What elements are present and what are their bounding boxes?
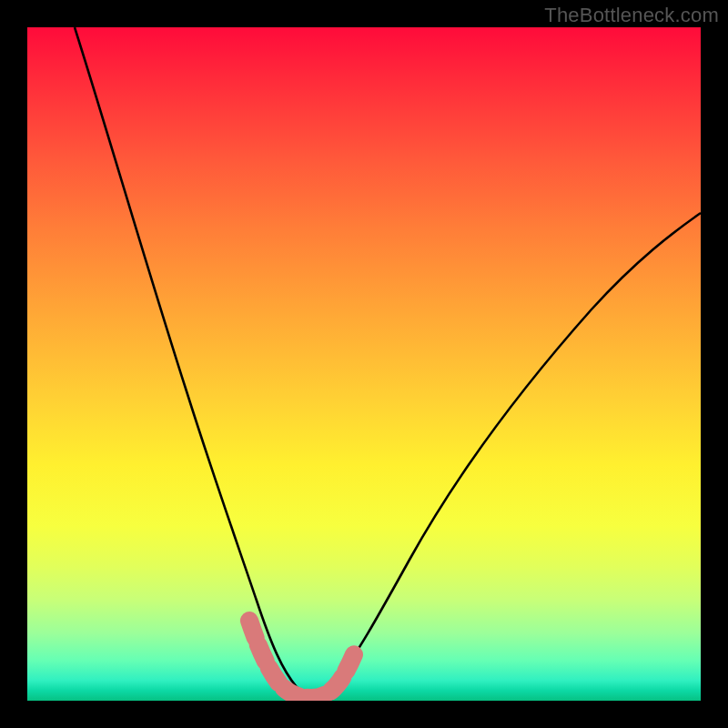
curve-left [75, 27, 311, 694]
plot-area [27, 27, 701, 701]
chart-frame: TheBottleneck.com [0, 0, 728, 728]
highlight-path [249, 621, 357, 698]
watermark-text: TheBottleneck.com [544, 4, 719, 27]
curve-right [311, 213, 701, 694]
curves-svg [27, 27, 701, 701]
